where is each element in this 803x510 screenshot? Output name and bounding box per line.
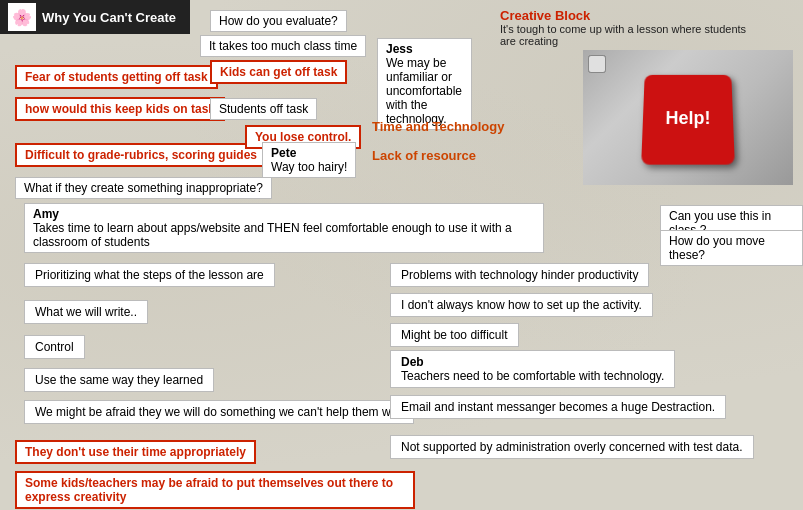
sticky-inappropriate: What if they create something inappropri… (15, 177, 272, 199)
app-title: Why You Can't Create (42, 10, 176, 25)
sticky-text: Not supported by administration overly c… (401, 440, 743, 454)
sticky-text: How do you evaluate? (219, 14, 338, 28)
creative-block-section: Creative Block It's tough to come up wit… (500, 8, 750, 47)
sticky-text: Use the same way they learned (35, 373, 203, 387)
sticky-keep-kids-on-task: how would this keep kids on task (15, 97, 225, 121)
sticky-email: Email and instant messanger becomes a hu… (390, 395, 726, 419)
sticky-text: Kids can get off task (220, 65, 337, 79)
sticky-text: Prioritizing what the steps of the lesso… (35, 268, 264, 282)
sticky-name: Jess (386, 42, 463, 56)
help-key: Help! (641, 74, 735, 164)
sticky-kids-afraid: Some kids/teachers may be afraid to put … (15, 471, 415, 509)
sticky-text: We may be unfamiliar or uncomfortable wi… (386, 56, 463, 126)
sticky-control: Control (24, 335, 85, 359)
creative-block-title: Creative Block (500, 8, 750, 23)
sticky-jess: Jess We may be unfamiliar or uncomfortab… (377, 38, 472, 130)
sticky-tech-productivity: Problems with technology hinder producti… (390, 263, 649, 287)
sticky-what-we-write: What we will write.. (24, 300, 148, 324)
sticky-text: We might be afraid they we will do somet… (35, 405, 403, 419)
sticky-deb: Deb Teachers need to be comfortable with… (390, 350, 675, 388)
sticky-amy: Amy Takes time to learn about apps/websi… (24, 203, 544, 253)
sticky-lack-resource: Lack of resource (372, 148, 476, 163)
sticky-name: Pete (271, 146, 347, 160)
sticky-same-way: Use the same way they learned (24, 368, 214, 392)
logo-icon: 🌸 (8, 3, 36, 31)
sticky-prioritizing: Prioritizing what the steps of the lesso… (24, 263, 275, 287)
sticky-text: I don't always know how to set up the ac… (401, 298, 642, 312)
creative-block-description: It's tough to come up with a lesson wher… (500, 23, 750, 47)
sticky-time-technology: Time and Technology (372, 119, 504, 134)
sticky-afraid: We might be afraid they we will do somet… (24, 400, 414, 424)
sticky-text: Takes time to learn about apps/website a… (33, 221, 535, 249)
sticky-administration: Not supported by administration overly c… (390, 435, 754, 459)
sticky-text: Time and Technology (372, 119, 504, 134)
sticky-name: Deb (401, 355, 664, 369)
sticky-time-appropriately: They don't use their time appropriately (15, 440, 256, 464)
sticky-students-off-task: Students off task (210, 98, 317, 120)
sticky-evaluate: How do you evaluate? (210, 10, 347, 32)
sticky-text: Fear of students getting off task (25, 70, 208, 84)
sticky-text: Students off task (219, 102, 308, 116)
sticky-pete: Pete Way too hairy! (262, 142, 356, 178)
sticky-text: It takes too much class time (209, 39, 357, 53)
sticky-name: Amy (33, 207, 535, 221)
sticky-text: Some kids/teachers may be afraid to put … (25, 476, 393, 504)
sticky-text: Might be too difficult (401, 328, 508, 342)
sticky-fear-off-task: Fear of students getting off task (15, 65, 218, 89)
sticky-text: Lack of resource (372, 148, 476, 163)
sticky-text: Control (35, 340, 74, 354)
sticky-text: How do you move these? (669, 234, 765, 262)
sticky-text: Difficult to grade-rubrics, scoring guid… (25, 148, 257, 162)
sticky-text: They don't use their time appropriately (25, 445, 246, 459)
sticky-text: Way too hairy! (271, 160, 347, 174)
sticky-text: Teachers need to be comfortable with tec… (401, 369, 664, 383)
sticky-class-time: It takes too much class time (200, 35, 366, 57)
sticky-difficult-grade: Difficult to grade-rubrics, scoring guid… (15, 143, 267, 167)
sticky-dont-know: I don't always know how to set up the ac… (390, 293, 653, 317)
sticky-text: What if they create something inappropri… (24, 181, 263, 195)
title-bar: 🌸 Why You Can't Create (0, 0, 190, 34)
help-image: Help! (583, 50, 793, 185)
sticky-text: how would this keep kids on task (25, 102, 215, 116)
sticky-too-difficult: Might be too difficult (390, 323, 519, 347)
sticky-kids-off-task: Kids can get off task (210, 60, 347, 84)
sticky-text: Problems with technology hinder producti… (401, 268, 638, 282)
sticky-text: What we will write.. (35, 305, 137, 319)
sticky-move: How do you move these? (660, 230, 803, 266)
sticky-text: Email and instant messanger becomes a hu… (401, 400, 715, 414)
